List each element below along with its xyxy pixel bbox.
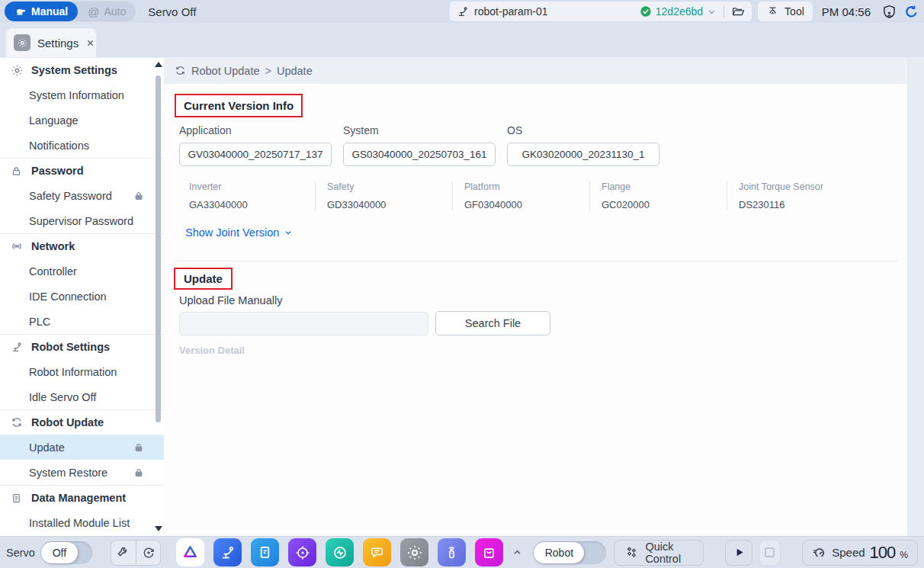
settings-app-icon[interactable] (400, 538, 428, 566)
servo-toggle[interactable]: Off (40, 541, 92, 564)
sidebar-item-robot-information[interactable]: Robot Information (0, 359, 164, 384)
store-bag-icon[interactable] (475, 538, 503, 566)
auto-mode-button[interactable]: @ Auto (78, 2, 136, 21)
main-content: Robot Update > Update Current Version In… (164, 57, 907, 536)
sidebar-item-idle-servo-off[interactable]: Idle Servo Off (0, 384, 164, 409)
sidebar-item-label: Language (29, 114, 79, 127)
manual-mode-label: Manual (31, 5, 68, 18)
show-joint-version-link[interactable]: Show Joint Version (185, 226, 293, 239)
at-icon: @ (88, 6, 99, 18)
sidebar-item-password[interactable]: Password (0, 158, 164, 183)
version-col-joint-torque-sensor: Joint Torque Sensor DS230116 (727, 181, 864, 210)
sidebar-item-language[interactable]: Language (0, 108, 164, 133)
app-dock (176, 538, 503, 566)
document-icon (11, 493, 24, 504)
waveform-icon[interactable] (326, 538, 354, 566)
play-button[interactable] (725, 540, 753, 566)
version-col-inverter: Inverter GA33040000 (178, 181, 315, 210)
robot-param-selector[interactable]: robot-param-01 12d2e6bd (450, 2, 752, 21)
show-joint-version-label: Show Joint Version (185, 226, 279, 239)
auto-mode-label: Auto (104, 5, 126, 18)
gear-icon (11, 64, 24, 77)
commit-hash-label: 12d2e6bd (656, 5, 703, 18)
sidebar-item-robot-settings[interactable]: Robot Settings (0, 334, 164, 359)
sidebar-item-update[interactable]: Update (0, 435, 164, 460)
version-field-system: System GS03040000_20250703_161 (343, 124, 496, 166)
sidebar-item-system-information[interactable]: System Information (0, 82, 164, 108)
search-file-button[interactable]: Search File (435, 311, 550, 335)
refresh-icon (175, 65, 186, 76)
sidebar-item-label: Notifications (29, 140, 89, 152)
field-value: GF03040000 (464, 199, 589, 210)
shield-user-icon[interactable] (881, 4, 897, 20)
speed-label: Speed (832, 546, 865, 559)
wrench-icon[interactable] (111, 541, 136, 565)
tool-label: Tool (784, 5, 804, 18)
jog-pad-icon[interactable] (288, 538, 316, 566)
robot-toggle-knob[interactable]: Robot (534, 542, 584, 563)
breadcrumb-item[interactable]: Robot Update (191, 65, 259, 77)
tool-button[interactable]: Tool (758, 2, 813, 21)
sidebar-item-ide-connection[interactable]: IDE Connection (0, 284, 164, 309)
stop-button[interactable] (759, 540, 781, 566)
sidebar-item-installed-module-list[interactable]: Installed Module List (0, 510, 164, 535)
field-label: Joint Torque Sensor (739, 181, 864, 192)
servo-toggle-knob[interactable]: Off (41, 542, 78, 563)
chevron-down-icon[interactable] (707, 7, 717, 17)
reset-icon[interactable] (903, 4, 919, 20)
sidebar-item-system-settings[interactable]: System Settings (0, 57, 164, 82)
version-col-platform: Platform GF03040000 (452, 181, 589, 210)
sidebar-item-label: System Information (29, 89, 124, 101)
sidebar-item-network[interactable]: Network (0, 233, 164, 258)
sidebar-scrollbar[interactable] (154, 59, 162, 534)
sidebar-item-robot-update[interactable]: Robot Update (0, 409, 164, 435)
sidebar-item-controller[interactable]: Controller (0, 258, 164, 284)
annotation-box-current-version-info: Current Version Info (175, 94, 303, 117)
scrollbar-thumb[interactable] (156, 75, 161, 422)
breadcrumb-item: Update (277, 65, 313, 77)
tab-settings-label: Settings (37, 37, 79, 50)
field-label: Safety (327, 181, 452, 192)
manual-mode-button[interactable]: Manual (5, 2, 78, 21)
chevron-up-icon[interactable] (511, 546, 524, 559)
divider (723, 5, 724, 18)
folder-open-icon[interactable] (731, 5, 745, 18)
version-field-os: OS GK03020000_20231130_1 (507, 124, 659, 166)
version-detail-label: Version Detail (179, 345, 245, 356)
sidebar-item-data-management[interactable]: Data Management (0, 485, 164, 510)
gear-icon (14, 34, 30, 51)
robot-app-icon[interactable] (213, 538, 242, 566)
tab-settings[interactable]: Settings (6, 28, 96, 57)
speed-control[interactable]: Speed 100 % (802, 540, 918, 566)
message-icon[interactable] (363, 538, 391, 566)
home-icon[interactable] (176, 538, 204, 566)
task-document-icon[interactable] (251, 538, 279, 566)
refresh-icon (11, 416, 24, 428)
recovery-icon[interactable] (136, 541, 160, 565)
field-label: OS (507, 124, 659, 136)
sidebar-item-safety-password[interactable]: Safety Password (0, 183, 164, 208)
sidebar-item-label: PLC (29, 316, 50, 328)
secondary-version-fields: Inverter GA33040000 Safety GD33040000 Pl… (178, 181, 864, 210)
sidebar-item-label: Supervisor Password (29, 215, 133, 227)
close-icon[interactable] (85, 38, 95, 48)
robot-space-toggle[interactable]: Robot (533, 541, 606, 564)
sidebar-item-supervisor-password[interactable]: Supervisor Password (0, 208, 164, 233)
remote-icon[interactable] (438, 538, 466, 566)
content-right-gutter (907, 57, 924, 536)
section-title: Update (184, 272, 223, 285)
scroll-up-arrow[interactable] (155, 62, 162, 67)
sidebar-item-system-restore[interactable]: System Restore (0, 460, 164, 485)
settings-sidebar: System Settings System Information Langu… (0, 57, 164, 536)
sidebar-item-notifications[interactable]: Notifications (0, 133, 164, 158)
breadcrumb: Robot Update > Update (164, 57, 907, 84)
sidebar-item-label: Network (31, 240, 75, 252)
scroll-down-arrow[interactable] (155, 526, 162, 531)
sidebar-item-plc[interactable]: PLC (0, 309, 164, 334)
lock-icon (133, 191, 144, 201)
upload-file-input[interactable] (179, 312, 428, 335)
version-col-flange: Flange GC020000 (589, 181, 727, 210)
section-divider (175, 261, 898, 262)
upload-row: Search File (179, 311, 550, 335)
quick-control-button[interactable]: Quick Control (614, 540, 703, 566)
